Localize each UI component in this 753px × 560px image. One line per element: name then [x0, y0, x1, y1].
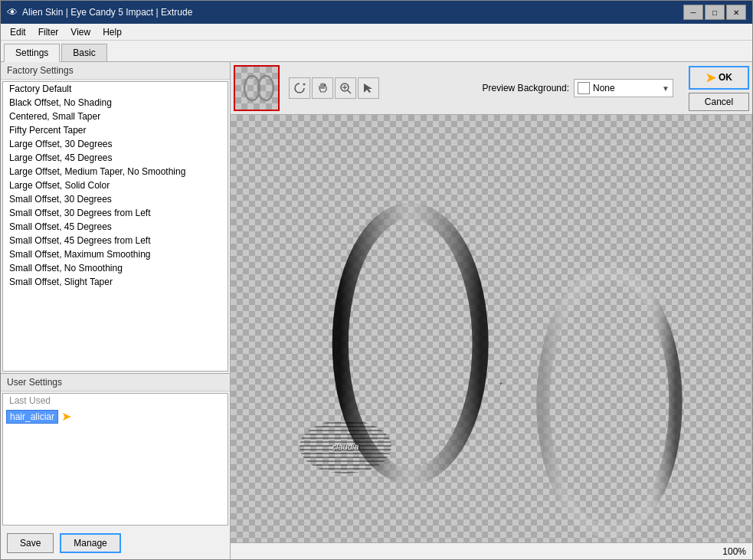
menu-view[interactable]: View: [64, 25, 97, 39]
status-bar: 100%: [231, 542, 752, 559]
arrow-icon: ➤: [61, 409, 71, 424]
svg-line-4: [348, 90, 351, 93]
ok-arrow-icon: ➤: [706, 70, 715, 85]
tab-basic[interactable]: Basic: [61, 44, 106, 61]
maximize-button[interactable]: □: [705, 5, 725, 20]
selected-user-item[interactable]: hair_aliciar: [6, 410, 58, 424]
svg-point-8: [543, 273, 676, 532]
list-item[interactable]: Centered, Small Taper: [3, 110, 228, 123]
title-buttons: ─ □ ✕: [683, 5, 746, 20]
close-button[interactable]: ✕: [726, 5, 746, 20]
list-item[interactable]: Large Offset, 30 Degrees: [3, 137, 228, 151]
factory-settings-section: Factory Settings Factory Default Black O…: [1, 62, 230, 374]
list-item[interactable]: Small Offset, 45 Degrees: [3, 220, 228, 234]
minimize-button[interactable]: ─: [683, 5, 703, 20]
select-icon: [362, 82, 375, 94]
menu-filter[interactable]: Filter: [32, 25, 65, 39]
watermark-overlay: claudia: [300, 420, 391, 473]
factory-settings-list[interactable]: Factory Default Black Offset, No Shading…: [2, 81, 228, 372]
menu-bar: Edit Filter View Help: [1, 24, 752, 41]
list-item[interactable]: Factory Default: [3, 82, 228, 96]
title-bar-left: 👁 Alien Skin | Eye Candy 5 Impact | Extr…: [7, 6, 192, 18]
thumb-svg: [235, 67, 278, 110]
menu-help[interactable]: Help: [97, 25, 128, 39]
svg-text:+: +: [499, 379, 503, 388]
zoom-tool-button[interactable]: [335, 77, 356, 99]
preview-background-select[interactable]: None ▼: [574, 79, 673, 97]
tab-settings[interactable]: Settings: [4, 44, 60, 62]
user-item-selected[interactable]: hair_aliciar ➤: [3, 408, 228, 425]
list-item[interactable]: Black Offset, No Shading: [3, 96, 228, 110]
preview-background-label: Preview Background:: [483, 83, 569, 93]
watermark-text: claudia: [332, 442, 359, 451]
manage-button[interactable]: Manage: [60, 533, 120, 553]
list-item[interactable]: Small Offset, No Smoothing: [3, 261, 228, 275]
left-panel: Factory Settings Factory Default Black O…: [1, 62, 231, 559]
reset-icon: [293, 82, 306, 94]
bottom-buttons: Save Manage: [1, 527, 230, 559]
list-item[interactable]: Small Offset, 30 Degrees from Left: [3, 206, 228, 220]
list-item[interactable]: Fifty Percent Taper: [3, 123, 228, 137]
list-item[interactable]: Small Offset, 30 Degrees: [3, 192, 228, 206]
zoom-level: 100%: [722, 546, 746, 557]
main-window: 👁 Alien Skin | Eye Candy 5 Impact | Extr…: [0, 0, 753, 560]
cancel-button[interactable]: Cancel: [689, 93, 749, 111]
user-settings-section: User Settings Last Used hair_aliciar ➤: [1, 374, 230, 527]
ok-button[interactable]: ➤ OK: [689, 66, 749, 90]
right-panel: Preview Background: None ▼ ➤ OK: [231, 62, 752, 559]
factory-settings-header: Factory Settings: [1, 62, 230, 80]
user-settings-list[interactable]: Last Used hair_aliciar ➤: [2, 393, 228, 526]
zoom-icon: [339, 82, 352, 94]
main-content: Factory Settings Factory Default Black O…: [1, 62, 752, 559]
hand-icon: [316, 82, 329, 94]
select-tool-button[interactable]: [358, 77, 379, 99]
color-swatch: [578, 82, 590, 94]
reset-tool-button[interactable]: [289, 77, 310, 99]
list-item[interactable]: Large Offset, Solid Color: [3, 178, 228, 192]
list-item[interactable]: Large Offset, Medium Taper, No Smoothing: [3, 165, 228, 178]
dropdown-arrow-icon: ▼: [662, 84, 670, 93]
preview-bg-select-inner: None: [578, 82, 662, 94]
title-bar: 👁 Alien Skin | Eye Candy 5 Impact | Extr…: [1, 1, 752, 24]
toolbar-buttons: [289, 77, 379, 99]
hand-tool-button[interactable]: [312, 77, 333, 99]
window-title: Alien Skin | Eye Candy 5 Impact | Extrud…: [22, 7, 192, 18]
list-item[interactable]: Large Offset, 45 Degrees: [3, 151, 228, 165]
app-icon: 👁: [7, 6, 18, 18]
user-settings-header: User Settings: [1, 374, 230, 391]
tab-bar: Settings Basic: [1, 41, 752, 62]
preview-svg: +: [231, 115, 752, 542]
menu-edit[interactable]: Edit: [4, 25, 32, 39]
list-item[interactable]: Small Offset, Slight Taper: [3, 275, 228, 289]
svg-marker-2: [303, 84, 306, 86]
ok-label: OK: [719, 72, 732, 83]
list-item[interactable]: Small Offset, 45 Degrees from Left: [3, 234, 228, 247]
preview-thumbnail: [234, 65, 280, 111]
save-button[interactable]: Save: [7, 533, 54, 553]
preview-bg-value: None: [593, 83, 615, 93]
preview-background-control: Preview Background: None ▼: [483, 79, 673, 97]
list-item[interactable]: Small Offset, Maximum Smoothing: [3, 247, 228, 261]
preview-area[interactable]: + claudia: [231, 115, 752, 542]
right-toolbar: Preview Background: None ▼ ➤ OK: [231, 62, 752, 115]
ok-cancel-area: ➤ OK Cancel: [689, 66, 749, 111]
last-used-label: Last Used: [3, 394, 228, 408]
